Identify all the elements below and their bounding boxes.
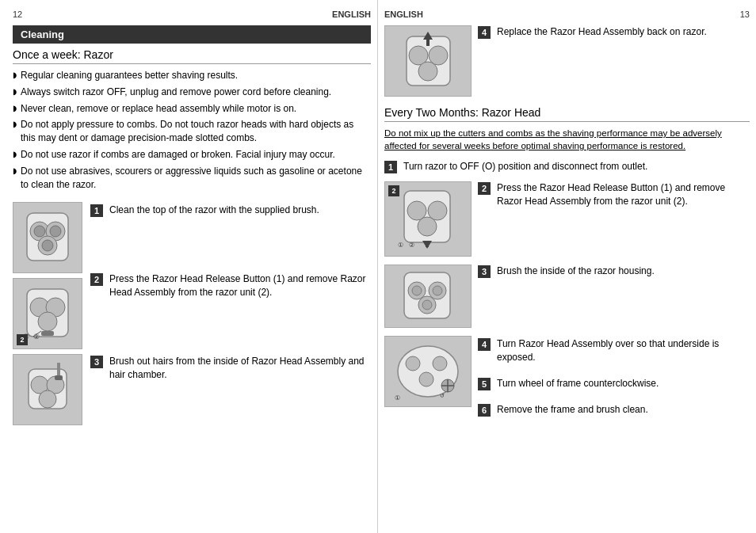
right-header: ENGLISH 13 (384, 10, 750, 19)
svg-point-45 (419, 372, 433, 386)
left-images-col: ② ① 2 (13, 202, 84, 425)
step-r4b: 4 Turn Razor Head Assembly over so that … (478, 337, 750, 364)
svg-marker-25 (423, 32, 433, 40)
step-r6: 6 Remove the frame and brush clean. (478, 403, 750, 417)
warning-text: Do not mix up the cutters and combs as t… (384, 127, 750, 152)
step-r4: 4 Replace the Razor Head Assembly back o… (478, 25, 750, 39)
svg-rect-32 (426, 241, 429, 247)
svg-point-10 (38, 312, 57, 331)
step4-text-col: 4 Replace the Razor Head Assembly back o… (478, 25, 750, 97)
svg-text:①: ① (398, 242, 403, 249)
step-r2-text-col: 2 Press the Razor Head Release Button (1… (478, 181, 750, 257)
step-r5: 5 Turn wheel of frame counterclockwise. (478, 377, 750, 390)
svg-text:②: ② (409, 242, 414, 249)
razor-svg-1 (19, 209, 76, 266)
svg-point-43 (406, 356, 420, 371)
bullet-item: Do not use abrasives, scourers or aggres… (13, 165, 371, 192)
step-r3: 3 Brush the inside of the razor housing. (478, 265, 750, 278)
right-small-images: ↺ ① (384, 336, 472, 424)
razor-image-r2: ① ② 2 (384, 181, 472, 257)
left-page-num: 12 (13, 10, 22, 19)
section-heading: Cleaning (13, 25, 371, 44)
step-r456-block: ↺ ① 4 Turn Razor Head Assembly over so t… (384, 336, 750, 424)
razor-replace-svg (395, 30, 462, 92)
razor-r3-svg (395, 268, 462, 324)
image-badge-2: 2 (17, 334, 28, 345)
right-page: ENGLISH 13 4 Replace the Razor He (378, 0, 756, 533)
left-lang: ENGLISH (332, 10, 371, 19)
svg-point-41 (422, 300, 432, 310)
svg-point-4 (34, 226, 45, 237)
page-wrapper: 12 ENGLISH Cleaning Once a week: Razor R… (0, 0, 756, 533)
step-2: 2 Press the Razor Head Release Button (1… (90, 272, 371, 299)
razor-svg-3 (19, 361, 76, 418)
right-lang: ENGLISH (384, 10, 423, 19)
bullet-item: Do not use razor if combs are damaged or… (13, 148, 371, 162)
bullet-list: Regular cleaning guarantees better shavi… (13, 69, 371, 194)
razor-image-2: ② ① 2 (13, 278, 82, 349)
left-page: 12 ENGLISH Cleaning Once a week: Razor R… (0, 0, 378, 533)
left-steps-col: 1 Clean the top of the razor with the su… (90, 202, 371, 425)
right-subsection-title: Every Two Months: Razor Head (384, 106, 750, 122)
svg-point-39 (412, 286, 422, 295)
svg-rect-20 (55, 375, 63, 380)
step-r2: 2 Press the Razor Head Release Button (1… (478, 181, 750, 208)
step-r3-block: 3 Brush the inside of the razor housing. (384, 265, 750, 328)
bullet-item: Do not apply pressure to combs. Do not t… (13, 118, 371, 145)
bullet-item: Never clean, remove or replace head asse… (13, 102, 371, 116)
step-1: 1 Clean the top of the razor with the su… (90, 204, 371, 217)
svg-rect-11 (41, 331, 54, 336)
right-page-num: 13 (740, 10, 750, 19)
razor-r2-svg: ① ② (393, 187, 463, 252)
step-r1: 1 Turn razor to OFF (O) position and dis… (384, 160, 750, 173)
steps-456-col: 4 Turn Razor Head Assembly over so that … (478, 336, 750, 424)
svg-point-44 (433, 356, 447, 371)
razor-image-r5: ↺ ① (384, 336, 472, 407)
svg-point-5 (50, 226, 61, 237)
step-r2-block: ① ② 2 2 Press the Razor Head Release But… (384, 181, 750, 257)
svg-point-24 (418, 62, 437, 81)
svg-point-30 (418, 217, 437, 236)
svg-text:①: ① (395, 394, 400, 402)
bullet-item: Always switch razor OFF, unplug and remo… (13, 86, 371, 99)
left-steps-area: ② ① 2 (13, 202, 371, 425)
bullet-item: Regular cleaning guarantees better shavi… (13, 69, 371, 82)
razor-image-replace (384, 25, 472, 97)
razor-r5-svg: ↺ ① (392, 340, 464, 403)
svg-point-6 (42, 240, 53, 251)
step4-block: 4 Replace the Razor Head Assembly back o… (384, 25, 750, 97)
svg-point-40 (433, 286, 442, 295)
razor-image-1 (13, 202, 82, 273)
svg-text:↺: ↺ (440, 393, 445, 398)
razor-image-r3 (384, 265, 472, 328)
left-subsection-title: Once a week: Razor (13, 48, 371, 64)
r2-badge: 2 (388, 185, 399, 196)
step-r3-text-col: 3 Brush the inside of the razor housing. (478, 265, 750, 328)
left-header: 12 ENGLISH (13, 10, 371, 19)
svg-point-18 (39, 390, 56, 408)
step-3: 3 Brush out hairs from the inside of Raz… (90, 355, 371, 382)
svg-text:②: ② (33, 333, 40, 341)
svg-rect-26 (426, 40, 430, 46)
razor-image-3 (13, 354, 82, 425)
